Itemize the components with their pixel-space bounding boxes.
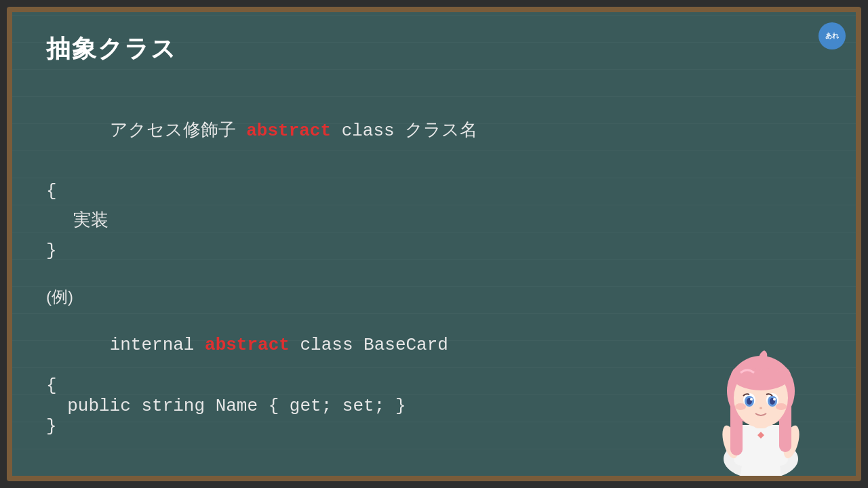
svg-point-20	[773, 398, 776, 401]
example-label: (例)	[46, 286, 822, 308]
syntax-access-modifier: アクセス修飾子	[110, 121, 236, 141]
page-title: 抽象クラス	[46, 33, 822, 66]
syntax-brace-close: }	[46, 236, 822, 266]
svg-point-19	[750, 398, 753, 401]
avatar-svg	[693, 327, 829, 476]
svg-point-23	[760, 407, 762, 409]
abstract-keyword-2: abstract	[205, 335, 290, 355]
internal-keyword: internal	[110, 335, 205, 355]
syntax-class-name: class クラス名	[331, 121, 477, 141]
syntax-implementation: 実装	[46, 206, 822, 236]
basecard-suffix: class BaseCard	[290, 335, 448, 355]
svg-point-21	[735, 403, 746, 410]
avatar	[693, 327, 829, 476]
syntax-brace-open: {	[46, 176, 822, 206]
logo-icon: あれ	[818, 22, 846, 49]
svg-point-22	[776, 403, 787, 410]
abstract-keyword-1: abstract	[246, 121, 331, 141]
chalkboard: あれ 抽象クラス アクセス修飾子 abstract class クラス名 { 実…	[7, 7, 861, 481]
syntax-block: アクセス修飾子 abstract class クラス名 { 実装 }	[46, 86, 822, 266]
syntax-space1	[236, 121, 247, 141]
syntax-line1: アクセス修飾子 abstract class クラス名	[46, 86, 822, 176]
